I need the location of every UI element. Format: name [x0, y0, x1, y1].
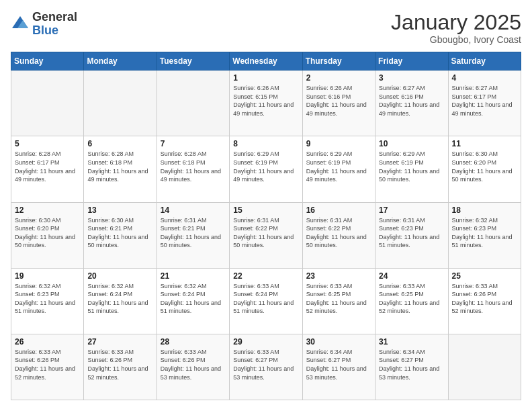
- calendar-cell-w1-d0: [11, 71, 84, 136]
- calendar-cell-w1-d1: [84, 71, 157, 136]
- day-info: Sunrise: 6:33 AM Sunset: 6:26 PM Dayligh…: [161, 348, 226, 381]
- header-wednesday: Wednesday: [230, 52, 302, 71]
- logo-text: General Blue: [32, 11, 77, 38]
- calendar-cell-w3-d0: 12Sunrise: 6:30 AM Sunset: 6:20 PM Dayli…: [11, 202, 84, 268]
- day-info: Sunrise: 6:30 AM Sunset: 6:21 PM Dayligh…: [87, 216, 152, 250]
- day-number: 8: [233, 139, 298, 148]
- day-number: 1: [233, 73, 298, 83]
- calendar-cell-w3-d6: 18Sunrise: 6:32 AM Sunset: 6:23 PM Dayli…: [448, 202, 521, 268]
- calendar-cell-w1-d2: [157, 71, 229, 136]
- day-number: 30: [306, 337, 371, 347]
- page: General Blue January 2025 Gbougbo, Ivory…: [0, 0, 532, 411]
- day-number: 22: [233, 271, 298, 281]
- calendar-cell-w3-d5: 17Sunrise: 6:31 AM Sunset: 6:23 PM Dayli…: [375, 202, 448, 268]
- subtitle: Gbougbo, Ivory Coast: [391, 34, 521, 45]
- calendar-cell-w3-d2: 14Sunrise: 6:31 AM Sunset: 6:21 PM Dayli…: [157, 202, 229, 268]
- day-number: 4: [452, 73, 517, 83]
- calendar-table: Sunday Monday Tuesday Wednesday Thursday…: [11, 52, 521, 400]
- day-number: 7: [161, 139, 226, 148]
- day-info: Sunrise: 6:33 AM Sunset: 6:25 PM Dayligh…: [379, 282, 444, 316]
- day-info: Sunrise: 6:30 AM Sunset: 6:20 PM Dayligh…: [15, 216, 80, 250]
- calendar-cell-w4-d2: 21Sunrise: 6:32 AM Sunset: 6:24 PM Dayli…: [157, 268, 229, 334]
- day-info: Sunrise: 6:29 AM Sunset: 6:19 PM Dayligh…: [306, 150, 371, 183]
- day-number: 23: [306, 271, 371, 281]
- header: General Blue January 2025 Gbougbo, Ivory…: [11, 11, 521, 45]
- day-info: Sunrise: 6:27 AM Sunset: 6:16 PM Dayligh…: [379, 84, 444, 118]
- day-number: 12: [15, 205, 80, 215]
- title-block: January 2025 Gbougbo, Ivory Coast: [391, 11, 521, 45]
- day-number: 5: [15, 139, 80, 148]
- calendar-cell-w1-d4: 2Sunrise: 6:26 AM Sunset: 6:16 PM Daylig…: [302, 71, 375, 136]
- calendar-cell-w1-d6: 4Sunrise: 6:27 AM Sunset: 6:17 PM Daylig…: [448, 71, 521, 136]
- calendar-cell-w4-d6: 25Sunrise: 6:33 AM Sunset: 6:26 PM Dayli…: [448, 268, 521, 334]
- day-info: Sunrise: 6:32 AM Sunset: 6:24 PM Dayligh…: [87, 282, 152, 316]
- day-number: 31: [379, 337, 444, 347]
- day-info: Sunrise: 6:33 AM Sunset: 6:26 PM Dayligh…: [452, 282, 517, 316]
- day-number: 25: [452, 271, 517, 281]
- logo-blue: Blue: [32, 24, 58, 37]
- month-title: January 2025: [391, 11, 521, 34]
- day-number: 21: [161, 271, 226, 281]
- day-number: 24: [379, 271, 444, 281]
- day-info: Sunrise: 6:31 AM Sunset: 6:22 PM Dayligh…: [233, 216, 298, 250]
- day-info: Sunrise: 6:32 AM Sunset: 6:23 PM Dayligh…: [452, 216, 517, 250]
- calendar-cell-w3-d4: 16Sunrise: 6:31 AM Sunset: 6:22 PM Dayli…: [302, 202, 375, 268]
- calendar-cell-w5-d0: 26Sunrise: 6:33 AM Sunset: 6:26 PM Dayli…: [11, 334, 84, 400]
- day-info: Sunrise: 6:29 AM Sunset: 6:19 PM Dayligh…: [379, 150, 444, 183]
- calendar-cell-w1-d3: 1Sunrise: 6:26 AM Sunset: 6:15 PM Daylig…: [230, 71, 302, 136]
- logo-icon: [11, 15, 30, 34]
- calendar-cell-w2-d6: 11Sunrise: 6:30 AM Sunset: 6:20 PM Dayli…: [448, 136, 521, 202]
- day-number: 16: [306, 205, 371, 215]
- header-thursday: Thursday: [302, 52, 375, 71]
- calendar-cell-w4-d3: 22Sunrise: 6:33 AM Sunset: 6:24 PM Dayli…: [230, 268, 302, 334]
- calendar-cell-w5-d2: 28Sunrise: 6:33 AM Sunset: 6:26 PM Dayli…: [157, 334, 229, 400]
- header-monday: Monday: [84, 52, 157, 71]
- calendar-cell-w2-d5: 10Sunrise: 6:29 AM Sunset: 6:19 PM Dayli…: [375, 136, 448, 202]
- logo-general: General: [32, 10, 77, 24]
- day-info: Sunrise: 6:33 AM Sunset: 6:24 PM Dayligh…: [233, 282, 298, 316]
- day-info: Sunrise: 6:31 AM Sunset: 6:22 PM Dayligh…: [306, 216, 371, 250]
- calendar-cell-w4-d5: 24Sunrise: 6:33 AM Sunset: 6:25 PM Dayli…: [375, 268, 448, 334]
- calendar-cell-w1-d5: 3Sunrise: 6:27 AM Sunset: 6:16 PM Daylig…: [375, 71, 448, 136]
- day-info: Sunrise: 6:33 AM Sunset: 6:25 PM Dayligh…: [306, 282, 371, 316]
- header-tuesday: Tuesday: [157, 52, 229, 71]
- day-number: 6: [87, 139, 152, 148]
- day-number: 15: [233, 205, 298, 215]
- day-info: Sunrise: 6:32 AM Sunset: 6:23 PM Dayligh…: [15, 282, 80, 316]
- week-row-4: 19Sunrise: 6:32 AM Sunset: 6:23 PM Dayli…: [11, 268, 521, 334]
- calendar-cell-w4-d1: 20Sunrise: 6:32 AM Sunset: 6:24 PM Dayli…: [84, 268, 157, 334]
- day-number: 11: [452, 139, 517, 148]
- day-number: 9: [306, 139, 371, 148]
- calendar-cell-w2-d3: 8Sunrise: 6:29 AM Sunset: 6:19 PM Daylig…: [230, 136, 302, 202]
- day-number: 3: [379, 73, 444, 83]
- calendar-cell-w5-d3: 29Sunrise: 6:33 AM Sunset: 6:27 PM Dayli…: [230, 334, 302, 400]
- day-number: 26: [15, 337, 80, 347]
- day-number: 14: [161, 205, 226, 215]
- week-row-1: 1Sunrise: 6:26 AM Sunset: 6:15 PM Daylig…: [11, 71, 521, 136]
- week-row-2: 5Sunrise: 6:28 AM Sunset: 6:17 PM Daylig…: [11, 136, 521, 202]
- day-number: 28: [161, 337, 226, 347]
- day-info: Sunrise: 6:29 AM Sunset: 6:19 PM Dayligh…: [233, 150, 298, 183]
- day-info: Sunrise: 6:33 AM Sunset: 6:27 PM Dayligh…: [233, 348, 298, 381]
- day-info: Sunrise: 6:26 AM Sunset: 6:15 PM Dayligh…: [233, 84, 298, 118]
- day-number: 27: [87, 337, 152, 347]
- week-row-3: 12Sunrise: 6:30 AM Sunset: 6:20 PM Dayli…: [11, 202, 521, 268]
- day-number: 2: [306, 73, 371, 83]
- header-sunday: Sunday: [11, 52, 84, 71]
- calendar-cell-w5-d4: 30Sunrise: 6:34 AM Sunset: 6:27 PM Dayli…: [302, 334, 375, 400]
- day-number: 13: [87, 205, 152, 215]
- calendar-cell-w3-d1: 13Sunrise: 6:30 AM Sunset: 6:21 PM Dayli…: [84, 202, 157, 268]
- day-info: Sunrise: 6:31 AM Sunset: 6:21 PM Dayligh…: [161, 216, 226, 250]
- calendar-cell-w2-d1: 6Sunrise: 6:28 AM Sunset: 6:18 PM Daylig…: [84, 136, 157, 202]
- day-info: Sunrise: 6:28 AM Sunset: 6:18 PM Dayligh…: [161, 150, 226, 183]
- day-info: Sunrise: 6:27 AM Sunset: 6:17 PM Dayligh…: [452, 84, 517, 118]
- day-info: Sunrise: 6:30 AM Sunset: 6:20 PM Dayligh…: [452, 150, 517, 183]
- day-info: Sunrise: 6:33 AM Sunset: 6:26 PM Dayligh…: [87, 348, 152, 381]
- calendar-cell-w5-d1: 27Sunrise: 6:33 AM Sunset: 6:26 PM Dayli…: [84, 334, 157, 400]
- day-number: 10: [379, 139, 444, 148]
- week-row-5: 26Sunrise: 6:33 AM Sunset: 6:26 PM Dayli…: [11, 334, 521, 400]
- logo: General Blue: [11, 11, 77, 38]
- day-info: Sunrise: 6:32 AM Sunset: 6:24 PM Dayligh…: [161, 282, 226, 316]
- calendar-cell-w3-d3: 15Sunrise: 6:31 AM Sunset: 6:22 PM Dayli…: [230, 202, 302, 268]
- day-info: Sunrise: 6:34 AM Sunset: 6:27 PM Dayligh…: [306, 348, 371, 381]
